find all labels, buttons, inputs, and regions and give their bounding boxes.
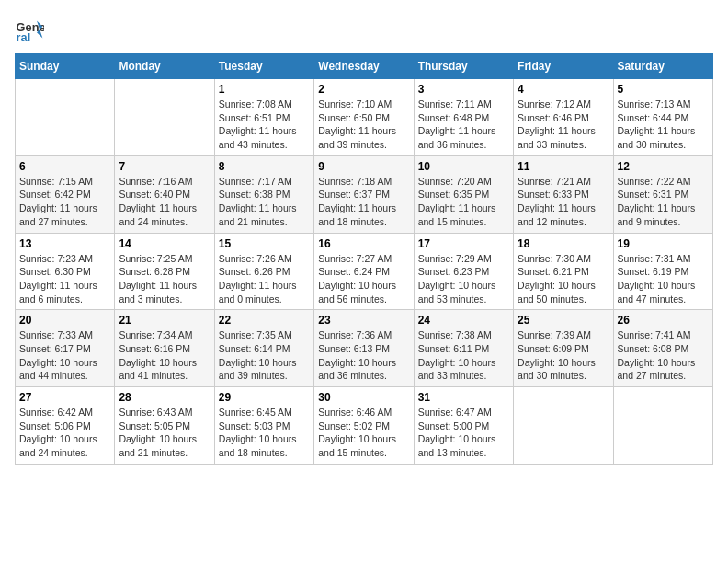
calendar-cell: 8Sunrise: 7:17 AM Sunset: 6:38 PM Daylig… bbox=[214, 155, 313, 233]
calendar-week-row: 6Sunrise: 7:15 AM Sunset: 6:42 PM Daylig… bbox=[16, 155, 713, 233]
day-number: 6 bbox=[19, 160, 110, 173]
calendar-cell: 9Sunrise: 7:18 AM Sunset: 6:37 PM Daylig… bbox=[314, 155, 414, 233]
day-info: Sunrise: 7:13 AM Sunset: 6:44 PM Dayligh… bbox=[618, 98, 709, 152]
day-info: Sunrise: 6:43 AM Sunset: 5:05 PM Dayligh… bbox=[119, 406, 210, 460]
day-of-week-header: Saturday bbox=[613, 54, 712, 79]
day-info: Sunrise: 7:36 AM Sunset: 6:13 PM Dayligh… bbox=[318, 328, 409, 383]
day-info: Sunrise: 7:38 AM Sunset: 6:11 PM Dayligh… bbox=[418, 328, 509, 383]
day-info: Sunrise: 7:22 AM Sunset: 6:31 PM Dayligh… bbox=[618, 175, 709, 229]
day-of-week-header: Tuesday bbox=[214, 54, 313, 79]
calendar-header-row: SundayMondayTuesdayWednesdayThursdayFrid… bbox=[16, 54, 713, 79]
day-info: Sunrise: 7:30 AM Sunset: 6:21 PM Dayligh… bbox=[518, 252, 609, 306]
day-number: 22 bbox=[219, 314, 310, 327]
day-number: 5 bbox=[618, 83, 709, 96]
day-number: 2 bbox=[318, 83, 409, 96]
calendar-cell: 21Sunrise: 7:34 AM Sunset: 6:16 PM Dayli… bbox=[115, 310, 214, 387]
day-info: Sunrise: 7:25 AM Sunset: 6:28 PM Dayligh… bbox=[119, 252, 210, 306]
calendar-cell: 12Sunrise: 7:22 AM Sunset: 6:31 PM Dayli… bbox=[613, 155, 712, 233]
calendar-cell bbox=[115, 79, 214, 156]
page-header: Gene ral bbox=[15, 15, 713, 44]
svg-text:ral: ral bbox=[17, 30, 31, 44]
day-of-week-header: Sunday bbox=[16, 54, 115, 79]
calendar-week-row: 27Sunrise: 6:42 AM Sunset: 5:06 PM Dayli… bbox=[16, 387, 713, 465]
calendar-cell: 14Sunrise: 7:25 AM Sunset: 6:28 PM Dayli… bbox=[115, 233, 214, 310]
day-info: Sunrise: 6:47 AM Sunset: 5:00 PM Dayligh… bbox=[418, 406, 509, 460]
calendar-cell: 27Sunrise: 6:42 AM Sunset: 5:06 PM Dayli… bbox=[16, 387, 115, 465]
calendar-cell: 19Sunrise: 7:31 AM Sunset: 6:19 PM Dayli… bbox=[613, 233, 712, 310]
day-number: 21 bbox=[119, 314, 210, 327]
day-number: 7 bbox=[119, 160, 210, 173]
day-info: Sunrise: 7:18 AM Sunset: 6:37 PM Dayligh… bbox=[318, 175, 409, 229]
day-number: 18 bbox=[518, 237, 609, 250]
day-info: Sunrise: 6:45 AM Sunset: 5:03 PM Dayligh… bbox=[219, 406, 310, 460]
day-of-week-header: Monday bbox=[115, 54, 214, 79]
calendar-week-row: 20Sunrise: 7:33 AM Sunset: 6:17 PM Dayli… bbox=[16, 310, 713, 387]
calendar-cell: 17Sunrise: 7:29 AM Sunset: 6:23 PM Dayli… bbox=[414, 233, 513, 310]
day-number: 24 bbox=[418, 314, 509, 327]
day-number: 25 bbox=[518, 314, 609, 327]
calendar-cell: 20Sunrise: 7:33 AM Sunset: 6:17 PM Dayli… bbox=[16, 310, 115, 387]
day-number: 29 bbox=[219, 391, 310, 404]
day-number: 3 bbox=[418, 83, 509, 96]
calendar-cell: 28Sunrise: 6:43 AM Sunset: 5:05 PM Dayli… bbox=[115, 387, 214, 465]
day-number: 11 bbox=[518, 160, 609, 173]
calendar-cell: 5Sunrise: 7:13 AM Sunset: 6:44 PM Daylig… bbox=[613, 79, 712, 156]
day-number: 9 bbox=[318, 160, 409, 173]
day-info: Sunrise: 7:35 AM Sunset: 6:14 PM Dayligh… bbox=[219, 328, 310, 383]
day-info: Sunrise: 7:41 AM Sunset: 6:08 PM Dayligh… bbox=[618, 328, 709, 383]
day-number: 17 bbox=[418, 237, 509, 250]
calendar-cell: 30Sunrise: 6:46 AM Sunset: 5:02 PM Dayli… bbox=[314, 387, 414, 465]
day-number: 27 bbox=[19, 391, 110, 404]
day-number: 31 bbox=[418, 391, 509, 404]
day-number: 26 bbox=[618, 314, 709, 327]
calendar-cell: 16Sunrise: 7:27 AM Sunset: 6:24 PM Dayli… bbox=[314, 233, 414, 310]
calendar-cell: 26Sunrise: 7:41 AM Sunset: 6:08 PM Dayli… bbox=[613, 310, 712, 387]
calendar-cell: 3Sunrise: 7:11 AM Sunset: 6:48 PM Daylig… bbox=[414, 79, 513, 156]
day-info: Sunrise: 7:27 AM Sunset: 6:24 PM Dayligh… bbox=[318, 252, 409, 306]
day-info: Sunrise: 7:08 AM Sunset: 6:51 PM Dayligh… bbox=[219, 98, 310, 152]
calendar-cell: 23Sunrise: 7:36 AM Sunset: 6:13 PM Dayli… bbox=[314, 310, 414, 387]
calendar-cell: 24Sunrise: 7:38 AM Sunset: 6:11 PM Dayli… bbox=[414, 310, 513, 387]
day-info: Sunrise: 7:15 AM Sunset: 6:42 PM Dayligh… bbox=[19, 175, 110, 229]
day-number: 14 bbox=[119, 237, 210, 250]
calendar-cell: 15Sunrise: 7:26 AM Sunset: 6:26 PM Dayli… bbox=[214, 233, 313, 310]
calendar-cell bbox=[514, 387, 613, 465]
day-info: Sunrise: 7:39 AM Sunset: 6:09 PM Dayligh… bbox=[518, 328, 609, 383]
day-number: 16 bbox=[318, 237, 409, 250]
day-info: Sunrise: 7:23 AM Sunset: 6:30 PM Dayligh… bbox=[19, 252, 110, 306]
calendar-cell bbox=[16, 79, 115, 156]
day-info: Sunrise: 7:17 AM Sunset: 6:38 PM Dayligh… bbox=[219, 175, 310, 229]
logo-icon: Gene ral bbox=[15, 15, 44, 44]
day-number: 12 bbox=[618, 160, 709, 173]
calendar-cell: 22Sunrise: 7:35 AM Sunset: 6:14 PM Dayli… bbox=[214, 310, 313, 387]
calendar-cell bbox=[613, 387, 712, 465]
day-info: Sunrise: 7:12 AM Sunset: 6:46 PM Dayligh… bbox=[518, 98, 609, 152]
day-info: Sunrise: 7:16 AM Sunset: 6:40 PM Dayligh… bbox=[119, 175, 210, 229]
calendar-cell: 4Sunrise: 7:12 AM Sunset: 6:46 PM Daylig… bbox=[514, 79, 613, 156]
day-info: Sunrise: 7:10 AM Sunset: 6:50 PM Dayligh… bbox=[318, 98, 409, 152]
day-number: 8 bbox=[219, 160, 310, 173]
day-info: Sunrise: 7:21 AM Sunset: 6:33 PM Dayligh… bbox=[518, 175, 609, 229]
day-number: 30 bbox=[318, 391, 409, 404]
logo: Gene ral bbox=[15, 15, 48, 44]
calendar-cell: 31Sunrise: 6:47 AM Sunset: 5:00 PM Dayli… bbox=[414, 387, 513, 465]
day-number: 10 bbox=[418, 160, 509, 173]
calendar-cell: 25Sunrise: 7:39 AM Sunset: 6:09 PM Dayli… bbox=[514, 310, 613, 387]
day-info: Sunrise: 7:11 AM Sunset: 6:48 PM Dayligh… bbox=[418, 98, 509, 152]
day-info: Sunrise: 6:46 AM Sunset: 5:02 PM Dayligh… bbox=[318, 406, 409, 460]
day-of-week-header: Thursday bbox=[414, 54, 513, 79]
calendar-week-row: 1Sunrise: 7:08 AM Sunset: 6:51 PM Daylig… bbox=[16, 79, 713, 156]
day-number: 4 bbox=[518, 83, 609, 96]
day-number: 19 bbox=[618, 237, 709, 250]
day-info: Sunrise: 7:20 AM Sunset: 6:35 PM Dayligh… bbox=[418, 175, 509, 229]
day-of-week-header: Wednesday bbox=[314, 54, 414, 79]
day-info: Sunrise: 7:31 AM Sunset: 6:19 PM Dayligh… bbox=[618, 252, 709, 306]
calendar-cell: 11Sunrise: 7:21 AM Sunset: 6:33 PM Dayli… bbox=[514, 155, 613, 233]
calendar-cell: 29Sunrise: 6:45 AM Sunset: 5:03 PM Dayli… bbox=[214, 387, 313, 465]
day-info: Sunrise: 7:33 AM Sunset: 6:17 PM Dayligh… bbox=[19, 328, 110, 383]
calendar-cell: 1Sunrise: 7:08 AM Sunset: 6:51 PM Daylig… bbox=[214, 79, 313, 156]
calendar-body: 1Sunrise: 7:08 AM Sunset: 6:51 PM Daylig… bbox=[16, 79, 713, 465]
day-number: 20 bbox=[19, 314, 110, 327]
day-info: Sunrise: 6:42 AM Sunset: 5:06 PM Dayligh… bbox=[19, 406, 110, 460]
calendar-cell: 10Sunrise: 7:20 AM Sunset: 6:35 PM Dayli… bbox=[414, 155, 513, 233]
